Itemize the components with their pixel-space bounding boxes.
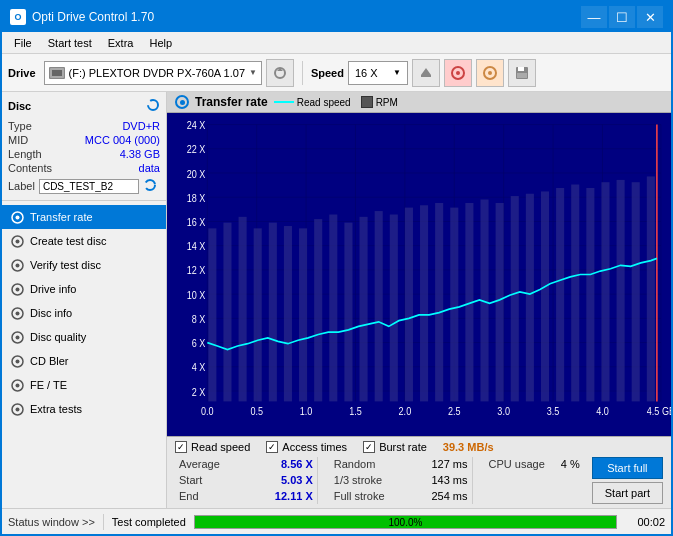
stat-cpu-value: 4 % (561, 458, 580, 470)
app-icon: O (10, 9, 26, 25)
disc-mid-row: MID MCC 004 (000) (8, 134, 160, 146)
svg-rect-100 (526, 194, 534, 402)
menu-bar: File Start test Extra Help (2, 32, 671, 54)
nav-transfer-rate[interactable]: Transfer rate (2, 205, 166, 229)
toolbar: Drive (F:) PLEXTOR DVDR PX-760A 1.07 ▼ S… (2, 54, 671, 92)
checkbox-burst-rate-label: Burst rate (379, 441, 427, 453)
nav-items: Transfer rate Create test disc Verify te… (2, 201, 166, 508)
disc-quality-icon (10, 330, 24, 344)
disc-type-row: Type DVD+R (8, 120, 160, 132)
svg-point-24 (15, 311, 19, 315)
drive-select[interactable]: (F:) PLEXTOR DVDR PX-760A 1.07 ▼ (44, 61, 262, 85)
close-button[interactable]: ✕ (637, 6, 663, 28)
svg-rect-105 (601, 182, 609, 401)
window-controls: — ☐ ✕ (581, 6, 663, 28)
stat-stroke-1-3-label: 1/3 stroke (334, 474, 382, 486)
disc-label-refresh-icon[interactable] (143, 178, 157, 194)
svg-text:4.0: 4.0 (596, 406, 609, 418)
legend-rpm-label: RPM (376, 97, 398, 108)
drive-label: Drive (8, 67, 36, 79)
menu-extra[interactable]: Extra (100, 35, 142, 51)
svg-text:6 X: 6 X (192, 338, 206, 350)
disc-label-input[interactable] (39, 179, 139, 194)
nav-transfer-rate-label: Transfer rate (30, 211, 93, 223)
menu-file[interactable]: File (6, 35, 40, 51)
svg-text:10 X: 10 X (187, 289, 206, 301)
legend-read-speed: Read speed (274, 97, 351, 108)
menu-start-test[interactable]: Start test (40, 35, 100, 51)
svg-text:24 X: 24 X (187, 120, 206, 132)
speed-label: Speed (311, 67, 344, 79)
disc-button-2[interactable] (476, 59, 504, 87)
checkbox-burst-rate[interactable]: ✓ Burst rate (363, 441, 427, 453)
svg-text:1.0: 1.0 (300, 406, 313, 418)
svg-rect-87 (329, 215, 337, 402)
stat-average-label: Average (179, 458, 220, 470)
speed-select[interactable]: 16 X ▼ (348, 61, 408, 85)
svg-rect-90 (375, 211, 383, 401)
access-times-checkbox[interactable]: ✓ (266, 441, 278, 453)
burst-rate-value: 39.3 MB/s (443, 441, 494, 453)
legend-rpm: RPM (361, 96, 398, 108)
stats-rows: Average 8.56 X Start 5.03 X End 12.11 X (175, 457, 663, 504)
start-part-button[interactable]: Start part (592, 482, 663, 504)
disc-label-row: Label (8, 178, 160, 194)
chart-checkboxes: ✓ Read speed ✓ Access times ✓ Burst rate… (175, 441, 663, 453)
toolbar-separator (302, 61, 303, 85)
transfer-rate-icon (10, 210, 24, 224)
start-full-button[interactable]: Start full (592, 457, 663, 479)
stat-stroke-1-3-value: 143 ms (431, 474, 467, 486)
disc-mid-label: MID (8, 134, 28, 146)
burst-rate-checkbox[interactable]: ✓ (363, 441, 375, 453)
maximize-button[interactable]: ☐ (609, 6, 635, 28)
rpm-color-box (361, 96, 373, 108)
sidebar: Disc Type DVD+R MID MCC 004 (000) Length… (2, 92, 167, 508)
stats-actions: Start full Start part (592, 457, 663, 504)
nav-disc-quality-label: Disc quality (30, 331, 86, 343)
disc-contents-label: Contents (8, 162, 52, 174)
nav-extra-tests[interactable]: Extra tests (2, 397, 166, 421)
disc-refresh-icon[interactable] (146, 98, 160, 114)
svg-rect-106 (617, 180, 625, 401)
drive-refresh-button[interactable] (266, 59, 294, 87)
checkbox-read-speed[interactable]: ✓ Read speed (175, 441, 250, 453)
chart-icon (175, 95, 189, 109)
disc-contents-row: Contents data (8, 162, 160, 174)
speed-dropdown-arrow: ▼ (393, 68, 401, 77)
svg-rect-89 (360, 217, 368, 402)
stat-average: Average 8.56 X (175, 457, 317, 471)
svg-rect-99 (511, 196, 519, 401)
disc-label-label: Label (8, 180, 35, 192)
nav-disc-info[interactable]: Disc info (2, 301, 166, 325)
svg-rect-1 (52, 70, 62, 76)
chart-legend: Read speed RPM (274, 96, 398, 108)
svg-rect-103 (571, 185, 579, 402)
checkbox-access-times[interactable]: ✓ Access times (266, 441, 347, 453)
nav-create-test-disc[interactable]: Create test disc (2, 229, 166, 253)
svg-rect-83 (269, 223, 277, 402)
svg-rect-101 (541, 191, 549, 401)
svg-text:16 X: 16 X (187, 216, 206, 228)
read-speed-checkbox[interactable]: ✓ (175, 441, 187, 453)
progress-text: 100.0% (388, 516, 422, 527)
nav-drive-info[interactable]: Drive info (2, 277, 166, 301)
test-status-text: Test completed (112, 516, 186, 528)
nav-cd-bler[interactable]: CD Bler (2, 349, 166, 373)
stat-average-value: 8.56 X (281, 458, 313, 470)
drive-info-icon (10, 282, 24, 296)
svg-rect-86 (314, 219, 322, 401)
minimize-button[interactable]: — (581, 6, 607, 28)
checkbox-access-times-label: Access times (282, 441, 347, 453)
save-button[interactable] (508, 59, 536, 87)
eject-button[interactable] (412, 59, 440, 87)
menu-help[interactable]: Help (141, 35, 180, 51)
disc-type-value: DVD+R (122, 120, 160, 132)
status-window-button[interactable]: Status window >> (8, 516, 95, 528)
nav-disc-quality[interactable]: Disc quality (2, 325, 166, 349)
svg-point-14 (145, 180, 155, 190)
nav-fe-te[interactable]: FE / TE (2, 373, 166, 397)
disc-button-1[interactable] (444, 59, 472, 87)
nav-verify-test-disc[interactable]: Verify test disc (2, 253, 166, 277)
stat-full-stroke: Full stroke 254 ms (330, 489, 472, 503)
stats-col-2: Random 127 ms 1/3 stroke 143 ms Full str… (317, 457, 472, 504)
